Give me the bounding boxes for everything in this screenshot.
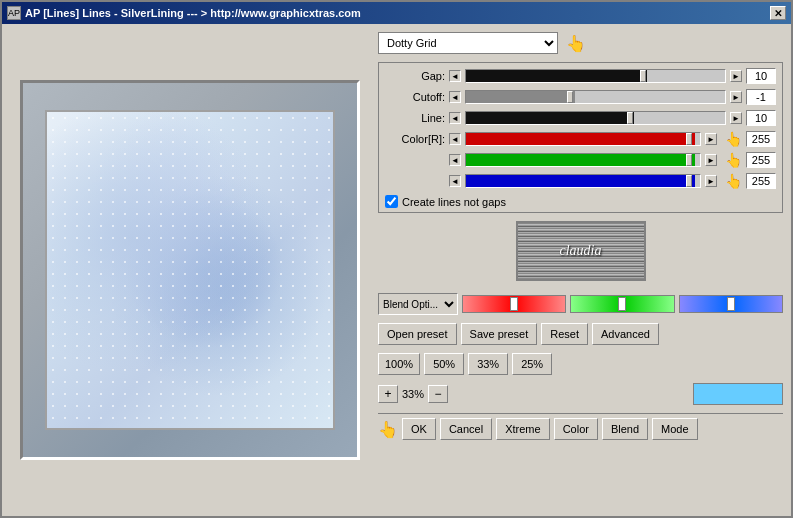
xtreme-button[interactable]: Xtreme	[496, 418, 549, 440]
hand-g-icon: 👆	[725, 152, 742, 168]
zoom-minus-button[interactable]: −	[428, 385, 448, 403]
zoom-current-value: 33%	[402, 388, 424, 400]
color-b-left-arrow[interactable]: ◄	[449, 175, 461, 187]
gap-slider-row: Gap: ◄ ►	[385, 67, 776, 85]
mode-button[interactable]: Mode	[652, 418, 698, 440]
preset-row: Dotty Grid 👆	[378, 32, 783, 54]
color-b-slider-row: ◄ ► 👆	[385, 172, 776, 190]
color-r-slider-row: Color[R]: ◄ ► 👆	[385, 130, 776, 148]
color-b-value[interactable]	[746, 173, 776, 189]
cancel-button[interactable]: Cancel	[440, 418, 492, 440]
app-icon: AP	[7, 6, 21, 20]
color-r-track[interactable]	[465, 132, 701, 146]
cutoff-slider-row: Cutoff: ◄ ►	[385, 88, 776, 106]
close-button[interactable]: ✕	[770, 6, 786, 20]
window-title: AP [Lines] Lines - SilverLining --- > ht…	[25, 7, 361, 19]
cutoff-left-arrow[interactable]: ◄	[449, 91, 461, 103]
gap-right-arrow[interactable]: ►	[730, 70, 742, 82]
blend-green-thumb[interactable]	[618, 297, 626, 311]
advanced-button[interactable]: Advanced	[592, 323, 659, 345]
blend-section: Blend Opti...	[378, 293, 783, 315]
blend-select[interactable]: Blend Opti...	[378, 293, 458, 315]
thumbnail-text: claudia	[560, 243, 602, 259]
line-label: Line:	[385, 112, 445, 124]
gap-value[interactable]	[746, 68, 776, 84]
hand-b-icon: 👆	[725, 173, 742, 189]
ok-button[interactable]: OK	[402, 418, 436, 440]
zoom-25-button[interactable]: 25%	[512, 353, 552, 375]
color-g-value[interactable]	[746, 152, 776, 168]
color-r-right-arrow[interactable]: ►	[705, 133, 717, 145]
color-g-left-arrow[interactable]: ◄	[449, 154, 461, 166]
left-panel	[10, 32, 370, 508]
preview-inner-frame	[45, 110, 335, 430]
zoom-100-button[interactable]: 100%	[378, 353, 420, 375]
reset-button[interactable]: Reset	[541, 323, 588, 345]
color-b-track[interactable]	[465, 174, 701, 188]
preset-buttons-row: Open preset Save preset Reset Advanced	[378, 323, 783, 345]
zoom-50-button[interactable]: 50%	[424, 353, 464, 375]
color-g-track[interactable]	[465, 153, 701, 167]
zoom-stepper-row: + 33% −	[378, 383, 783, 405]
hand-pointer-icon: 👆	[566, 34, 586, 53]
color-g-right-arrow[interactable]: ►	[705, 154, 717, 166]
main-window: AP AP [Lines] Lines - SilverLining --- >…	[0, 0, 793, 518]
color-r-left-arrow[interactable]: ◄	[449, 133, 461, 145]
gap-track[interactable]	[465, 69, 726, 83]
content-area: Dotty Grid 👆 Gap: ◄ ►	[2, 24, 791, 516]
zoom-percent-row: 100% 50% 33% 25%	[378, 353, 783, 375]
checkbox-row: Create lines not gaps	[385, 195, 776, 208]
create-lines-checkbox[interactable]	[385, 195, 398, 208]
line-left-arrow[interactable]: ◄	[449, 112, 461, 124]
preset-select[interactable]: Dotty Grid	[378, 32, 558, 54]
right-panel: Dotty Grid 👆 Gap: ◄ ►	[378, 32, 783, 508]
cutoff-track[interactable]	[465, 90, 726, 104]
blend-blue-thumb[interactable]	[727, 297, 735, 311]
color-r-label: Color[R]:	[385, 133, 445, 145]
color-b-right-arrow[interactable]: ►	[705, 175, 717, 187]
blend-blue-slider[interactable]	[679, 295, 783, 313]
color-g-slider-row: ◄ ► 👆	[385, 151, 776, 169]
zoom-33-button[interactable]: 33%	[468, 353, 508, 375]
blend-red-thumb[interactable]	[510, 297, 518, 311]
open-preset-button[interactable]: Open preset	[378, 323, 457, 345]
zoom-plus-button[interactable]: +	[378, 385, 398, 403]
thumbnail-section: claudia	[378, 221, 783, 281]
ok-hand-icon: 👆	[378, 420, 398, 439]
preview-outer-frame	[20, 80, 360, 460]
line-track[interactable]	[465, 111, 726, 125]
blend-button[interactable]: Blend	[602, 418, 648, 440]
blend-green-slider[interactable]	[570, 295, 674, 313]
line-value[interactable]	[746, 110, 776, 126]
preview-canvas	[47, 112, 333, 428]
blend-red-slider[interactable]	[462, 295, 566, 313]
title-bar: AP AP [Lines] Lines - SilverLining --- >…	[2, 2, 791, 24]
sliders-section: Gap: ◄ ► Cutoff: ◄	[378, 62, 783, 213]
gap-left-arrow[interactable]: ◄	[449, 70, 461, 82]
thumbnail-preview: claudia	[516, 221, 646, 281]
cutoff-label: Cutoff:	[385, 91, 445, 103]
title-bar-left: AP AP [Lines] Lines - SilverLining --- >…	[7, 6, 361, 20]
bottom-buttons-row: 👆 OK Cancel Xtreme Color Blend Mode	[378, 413, 783, 440]
cutoff-value[interactable]	[746, 89, 776, 105]
color-r-value[interactable]	[746, 131, 776, 147]
create-lines-label: Create lines not gaps	[402, 196, 506, 208]
save-preset-button[interactable]: Save preset	[461, 323, 538, 345]
color-display	[693, 383, 783, 405]
line-right-arrow[interactable]: ►	[730, 112, 742, 124]
line-slider-row: Line: ◄ ►	[385, 109, 776, 127]
hand-r-icon: 👆	[725, 131, 742, 147]
color-button[interactable]: Color	[554, 418, 598, 440]
cutoff-right-arrow[interactable]: ►	[730, 91, 742, 103]
gap-label: Gap:	[385, 70, 445, 82]
